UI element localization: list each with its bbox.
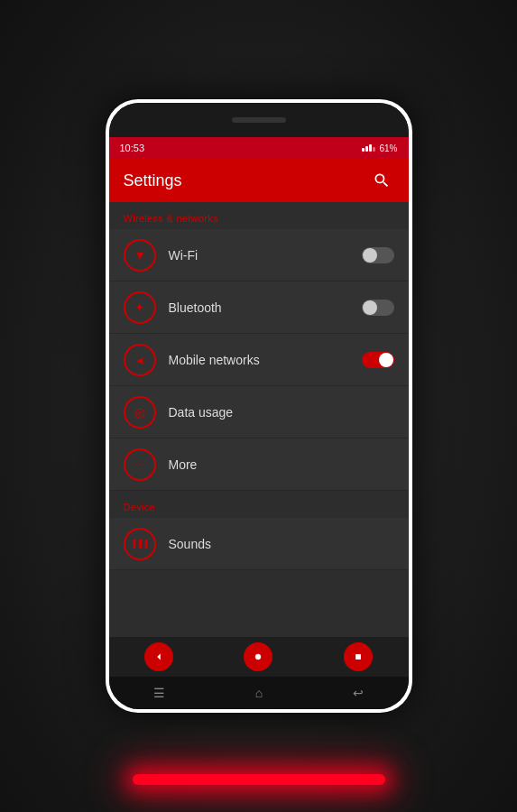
wifi-toggle[interactable] <box>362 247 394 263</box>
back-button[interactable] <box>144 642 173 671</box>
bluetooth-toggle[interactable] <box>362 300 394 316</box>
settings-item-wifi[interactable]: Wi-Fi <box>109 229 409 281</box>
back-system-icon: ↩ <box>353 686 364 700</box>
signal-icon <box>362 144 375 152</box>
settings-item-data-usage[interactable]: Data usage <box>109 386 409 438</box>
mobile-networks-toggle-knob <box>379 353 393 367</box>
wifi-label: Wi-Fi <box>169 248 362 263</box>
glow-bar <box>133 774 385 785</box>
sounds-label: Sounds <box>169 537 394 551</box>
mobile-networks-icon <box>124 344 156 376</box>
data-usage-icon <box>124 396 156 429</box>
system-bar: ☰ ⌂ ↩ <box>109 677 409 709</box>
svg-marker-0 <box>157 654 161 660</box>
data-usage-label: Data usage <box>169 405 394 420</box>
more-icon <box>124 448 156 481</box>
nav-bar <box>109 637 409 677</box>
recent-button[interactable] <box>344 642 373 671</box>
search-button[interactable] <box>369 168 394 193</box>
section-header-device: Device <box>109 491 409 518</box>
phone-shell: 10:53 61% Settings Wireless & networks <box>106 99 412 713</box>
wifi-icon <box>124 239 156 272</box>
settings-item-more[interactable]: More <box>109 438 409 491</box>
home-button[interactable] <box>244 642 272 671</box>
settings-item-bluetooth[interactable]: Bluetooth <box>109 281 409 334</box>
settings-item-sounds[interactable]: Sounds <box>109 518 409 570</box>
home-system-icon: ⌂ <box>255 686 263 700</box>
mobile-networks-toggle[interactable] <box>362 352 394 368</box>
section-header-wireless: Wireless & networks <box>109 202 409 229</box>
speaker <box>232 117 286 123</box>
sounds-icon <box>124 528 156 560</box>
status-right: 61% <box>362 143 397 153</box>
settings-content: Wireless & networks Wi-Fi Bluetooth <box>109 202 409 637</box>
svg-point-1 <box>256 654 262 660</box>
status-bar: 10:53 61% <box>109 137 409 159</box>
menu-system-icon: ☰ <box>153 686 165 700</box>
bluetooth-icon <box>124 291 156 324</box>
battery-level: 61% <box>379 143 397 153</box>
bluetooth-toggle-knob <box>363 300 377 315</box>
status-time: 10:53 <box>120 143 145 153</box>
mobile-networks-label: Mobile networks <box>169 353 362 367</box>
page-title: Settings <box>124 171 182 190</box>
more-label: More <box>169 457 394 472</box>
settings-item-mobile-networks[interactable]: Mobile networks <box>109 334 409 386</box>
wifi-toggle-knob <box>363 248 377 263</box>
bluetooth-label: Bluetooth <box>169 300 362 315</box>
phone-top-bar <box>109 103 409 137</box>
svg-rect-2 <box>355 654 361 660</box>
app-bar: Settings <box>109 159 409 202</box>
